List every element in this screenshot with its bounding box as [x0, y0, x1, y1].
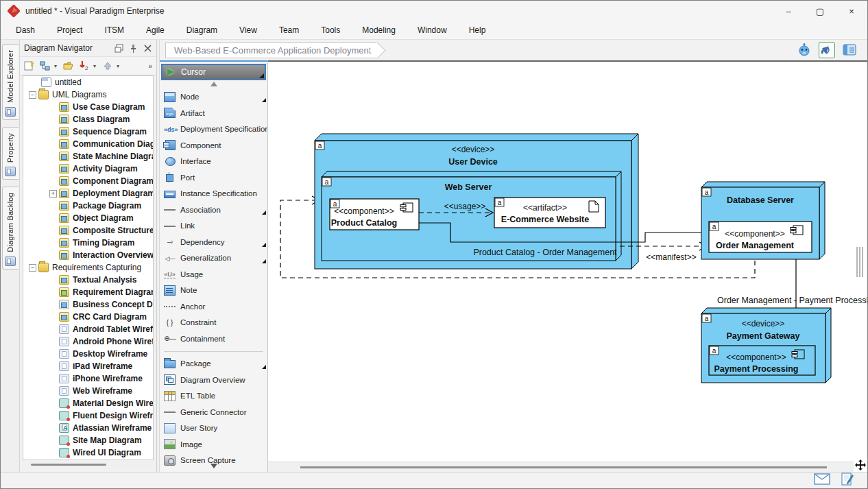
palette-item[interactable]: Image [160, 436, 267, 453]
edit-document-icon[interactable] [840, 472, 855, 489]
pin-icon[interactable] [129, 44, 138, 53]
dropdown-caret[interactable]: ▾ [93, 63, 99, 69]
breadcrumb-item-current-diagram[interactable]: Web-Based E-Commerce Application Deploym… [165, 43, 378, 58]
palette-item[interactable]: Artifact [160, 105, 267, 121]
model-structure-icon[interactable] [38, 59, 52, 73]
menu-item[interactable]: Help [458, 23, 497, 38]
palette-item[interactable]: User Story [160, 420, 267, 437]
collapsed-panel-grip[interactable] [856, 247, 863, 277]
palette-item[interactable]: Instance Specification [160, 185, 267, 202]
minimize-button[interactable]: – [773, 1, 804, 21]
maximize-button[interactable]: ▢ [804, 1, 836, 21]
tree-horizontal-scrollbar[interactable] [23, 460, 154, 469]
layout-panels-icon[interactable] [841, 42, 858, 58]
tree-item[interactable]: untitled [23, 76, 153, 88]
tree-item[interactable]: Sequence Diagram [23, 126, 153, 138]
tree-item[interactable]: UML Diagrams [23, 88, 153, 101]
palette-item[interactable]: Deployment Specification [160, 121, 267, 137]
tree-item[interactable]: Android Phone Wirefra [23, 335, 153, 348]
tree-item[interactable]: CRC Card Diagram [23, 311, 153, 323]
tree-item[interactable]: Material Design Wirefr [23, 397, 153, 409]
menu-item[interactable]: Project [46, 23, 93, 38]
palette-item[interactable]: Package [160, 356, 267, 372]
artifact-ecommerce-website[interactable]: a <<artifact>> E-Commerce Website [494, 198, 605, 228]
component-payment-processing[interactable]: a <<component>> Payment Processing [709, 346, 815, 375]
pan-tool-icon[interactable] [854, 458, 867, 472]
tree-item[interactable]: State Machine Diagram [23, 150, 153, 163]
tree-item[interactable]: Site Map Diagram [23, 434, 153, 446]
dropdown-caret[interactable]: ▾ [54, 63, 60, 69]
new-diagram-icon[interactable] [23, 59, 36, 73]
tree-item[interactable]: Interaction Overview [23, 249, 153, 261]
assistant-robot-icon[interactable] [796, 42, 812, 58]
palette-item[interactable]: Usage [160, 266, 267, 283]
tree-expander[interactable] [49, 190, 57, 198]
navigate-up-icon[interactable] [101, 59, 114, 73]
announcement-megaphone-icon[interactable] [819, 42, 835, 58]
tree-item[interactable]: Requirement Diagram [23, 286, 153, 298]
overflow-chevrons[interactable]: » [148, 62, 154, 70]
palette-item[interactable]: Screen Capture [160, 453, 267, 469]
tree-item[interactable]: Deployment Diagram [23, 187, 153, 200]
tree-item[interactable]: Use Case Diagram [23, 101, 153, 113]
palette-item[interactable]: Generalization [160, 250, 267, 266]
component-product-catalog[interactable]: a <<component>> Product Catalog [330, 199, 419, 230]
side-tab[interactable]: Model Explorer [2, 44, 19, 120]
palette-item[interactable]: ETL Table [160, 388, 267, 405]
palette-scroll-up[interactable] [160, 80, 267, 89]
dropdown-caret[interactable]: ▾ [117, 63, 122, 69]
menu-item[interactable]: Diagram [176, 23, 228, 38]
tree-item[interactable]: Timing Diagram [23, 237, 153, 249]
palette-item[interactable]: Note [160, 283, 267, 299]
tree-item[interactable]: Atlassian Wireframe [23, 422, 153, 434]
palette-item[interactable]: Diagram Overview [160, 372, 267, 388]
mail-icon[interactable] [814, 473, 830, 488]
tree-item[interactable]: iPhone Wireframe [23, 372, 153, 385]
palette-item[interactable]: Dependency [160, 234, 267, 250]
palette-item[interactable]: Node [160, 88, 267, 105]
tree-item[interactable]: Android Tablet Wirefra [23, 323, 153, 335]
palette-item[interactable]: Generic Connector [160, 404, 267, 420]
tree-expander[interactable] [29, 91, 36, 99]
tree-item[interactable]: Object Diagram [23, 212, 153, 224]
scrollbar-thumb[interactable] [31, 464, 106, 466]
side-tab[interactable]: Property [2, 127, 19, 180]
tree-item[interactable]: Desktop Wireframe [23, 348, 153, 360]
menu-item[interactable]: View [228, 23, 268, 38]
sort-icon[interactable]: 2 [77, 59, 91, 73]
palette-item[interactable]: Anchor [160, 298, 267, 315]
tree-item[interactable]: Activity Diagram [23, 163, 153, 175]
menu-item[interactable]: Team [268, 23, 310, 38]
tree-item[interactable]: Class Diagram [23, 113, 153, 126]
tree-item[interactable]: Composite Structure D [23, 224, 153, 237]
tree-item[interactable]: Business Concept Diag [23, 298, 153, 311]
palette-item[interactable]: Interface [160, 153, 267, 169]
menu-item[interactable]: Tools [310, 23, 351, 38]
tree-item[interactable]: Package Diagram [23, 200, 153, 212]
menu-item[interactable]: Agile [135, 23, 176, 38]
scrollbar-thumb[interactable] [300, 466, 827, 468]
tree-item[interactable]: Communication Diagra [23, 138, 153, 150]
open-folder-icon[interactable] [62, 59, 75, 73]
menu-item[interactable]: Modeling [351, 23, 407, 38]
palette-item[interactable]: Containment [160, 331, 267, 347]
tree-item[interactable]: Component Diagram [23, 175, 153, 187]
tree-item[interactable]: Fluent Design Wirefra [23, 409, 153, 422]
canvas-horizontal-scrollbar[interactable] [268, 462, 854, 472]
menu-item[interactable]: ITSM [93, 23, 135, 38]
diagram-canvas[interactable]: a <<device>> User Device [268, 60, 867, 472]
palette-item[interactable]: Constraint [160, 315, 267, 331]
palette-item[interactable]: Port [160, 169, 267, 186]
tree-item[interactable]: iPad Wireframe [23, 360, 153, 372]
menu-item[interactable]: Window [407, 23, 458, 38]
palette-item[interactable]: Association [160, 202, 267, 218]
tree-item[interactable]: Wired UI Diagram [23, 446, 153, 459]
menu-item[interactable]: Dash [5, 23, 46, 38]
tree-item[interactable]: Web Wireframe [23, 385, 153, 397]
tree-item[interactable]: Textual Analysis [23, 274, 153, 286]
close-button[interactable]: × [836, 1, 867, 21]
palette-item-cursor[interactable]: Cursor [161, 64, 266, 80]
side-tab[interactable]: Diagram Backlog [2, 187, 19, 270]
component-order-management[interactable]: a <<component>> Order Management [709, 222, 812, 252]
close-icon[interactable] [143, 44, 152, 53]
